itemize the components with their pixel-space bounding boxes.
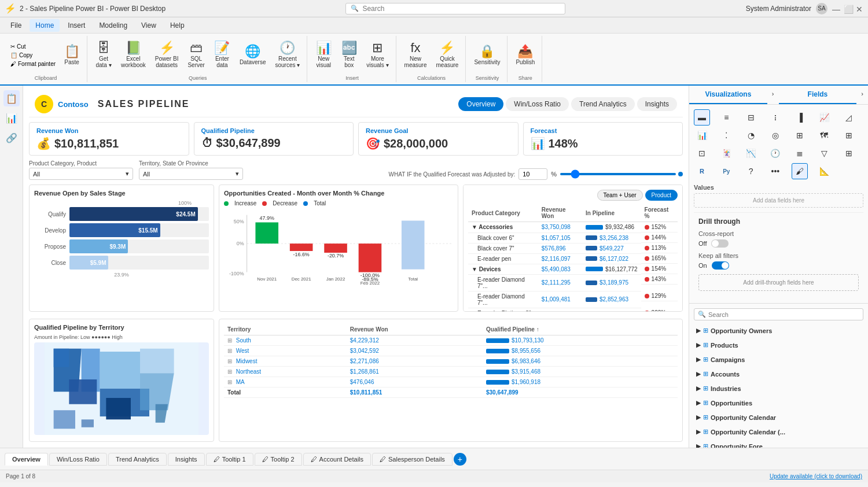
field-group-header[interactable]: ▶ ⊞ Opportunities: [694, 397, 863, 408]
ribbon-dataverse-btn[interactable]: 🌐 Dataverse: [236, 43, 270, 68]
what-if-input[interactable]: [518, 168, 547, 180]
viz-pie-icon[interactable]: ◔: [743, 127, 759, 143]
viz-stacked-col-icon[interactable]: ▐: [792, 109, 808, 126]
viz-funnel-icon[interactable]: ▽: [816, 145, 832, 161]
menu-home[interactable]: Home: [30, 19, 60, 32]
viz-map-icon[interactable]: 🗺: [816, 127, 832, 143]
viz-donut-icon[interactable]: ◎: [767, 127, 784, 143]
ribbon-cut-btn[interactable]: ✂ Cut: [8, 42, 58, 51]
bottom-tab-trend-analytics[interactable]: Trend Analytics: [108, 453, 167, 466]
cross-report-toggle[interactable]: [711, 239, 729, 248]
viz-expand-btn[interactable]: ›: [767, 86, 779, 104]
viz-line-col-icon[interactable]: 📊: [694, 127, 710, 143]
fields-expand-btn[interactable]: ›: [856, 86, 868, 104]
field-group-header[interactable]: ▶ ⊞ Products: [694, 340, 863, 351]
ribbon-paste-btn[interactable]: 📋 Paste: [60, 43, 83, 68]
ribbon-copy-btn[interactable]: 📋 Copy: [8, 51, 58, 60]
field-group-header[interactable]: ▶ ⊞ Opportunity Calendar: [694, 412, 863, 423]
field-group-header[interactable]: ▶ ⊞ Industries: [694, 383, 863, 394]
viz-analytics-icon[interactable]: 📐: [816, 163, 832, 179]
field-search-box[interactable]: 🔍: [694, 308, 863, 320]
ribbon-sensitivity-btn[interactable]: 🔒 Sensitivity: [470, 43, 503, 68]
territory-row[interactable]: ⊞ South $4,229,312 $10,793,130: [224, 335, 678, 346]
table-row[interactable]: Black cover 6" $1,057,105 $3,256,238 144…: [468, 233, 678, 243]
nav-winloss-btn[interactable]: Win/Loss Ratio: [506, 97, 569, 111]
viz-more-icon[interactable]: •••: [767, 163, 784, 179]
nav-insights-btn[interactable]: Insights: [637, 97, 677, 111]
bottom-tab-account-details[interactable]: 🖊Account Details: [303, 453, 371, 466]
bottom-tab-win/loss-ratio[interactable]: Win/Loss Ratio: [49, 453, 107, 466]
values-drop-zone[interactable]: Add data fields here: [694, 193, 863, 208]
tab-fields[interactable]: Fields: [779, 86, 857, 104]
viz-kpi-icon[interactable]: 📉: [743, 145, 759, 161]
viz-table-icon[interactable]: ⊞: [841, 127, 857, 143]
ribbon-recent-sources-btn[interactable]: 🕐 Recentsources ▾: [271, 39, 303, 71]
menu-insert[interactable]: Insert: [62, 19, 91, 32]
viz-clustered-bar-icon[interactable]: ⫶: [767, 109, 784, 126]
table-row[interactable]: E-reader pen $2,116,097 $6,127,022 165%: [468, 253, 678, 264]
viz-gauge-icon[interactable]: 🕐: [767, 145, 784, 161]
territory-row[interactable]: ⊞ MA $476,046 $1,960,918: [224, 377, 678, 388]
table-row[interactable]: ▼ Devices $5,490,083 $16,127,772 154%: [468, 264, 678, 274]
nav-trend-btn[interactable]: Trend Analytics: [571, 97, 635, 111]
sidebar-data-icon[interactable]: 📊: [3, 110, 20, 126]
ribbon-new-visual-btn[interactable]: 📊 Newvisual: [312, 39, 335, 71]
table-row[interactable]: ▼ Accessories $3,750,098 $9,932,486 152%: [468, 222, 678, 233]
ribbon-format-painter-btn[interactable]: 🖌 Format painter: [8, 60, 58, 68]
table-row[interactable]: E-reader Diamond 7"... $2,111,295 $3,189…: [468, 274, 678, 291]
territory-row[interactable]: ⊞ Midwest $2,271,086 $6,983,646: [224, 356, 678, 367]
ribbon-publish-btn[interactable]: 📤 Publish: [512, 43, 538, 68]
maximize-button[interactable]: ⬜: [844, 5, 852, 13]
ribbon-get-data-btn[interactable]: 🗄 Getdata ▾: [92, 39, 115, 71]
ribbon-powerbi-datasets-btn[interactable]: ⚡ Power BIdatasets: [152, 39, 182, 71]
menu-modeling[interactable]: Modeling: [93, 19, 133, 32]
add-tab-button[interactable]: +: [454, 453, 466, 466]
territory-row[interactable]: ⊞ West $3,042,592 $8,955,656: [224, 346, 678, 356]
table-row[interactable]: E-reader Diamond 7"... $1,009,481 $2,852…: [468, 291, 678, 308]
close-button[interactable]: ✕: [855, 5, 863, 13]
viz-waterfall-icon[interactable]: ≣: [792, 145, 808, 161]
ribbon-text-box-btn[interactable]: 🔤 Textbox: [337, 39, 361, 71]
field-group-header[interactable]: ▶ ⊞ Campaigns: [694, 354, 863, 365]
update-text[interactable]: Update available (click to download): [770, 473, 862, 479]
field-group-header[interactable]: ▶ ⊞ Accounts: [694, 368, 863, 379]
field-group-header[interactable]: ▶ ⊞ Opportunity Fore...: [694, 441, 863, 448]
menu-view[interactable]: View: [135, 19, 162, 32]
bottom-tab-salesperson-details[interactable]: 🖊Salesperson Details: [372, 453, 453, 466]
menu-file[interactable]: File: [5, 19, 27, 32]
viz-qna-icon[interactable]: ?: [743, 163, 759, 179]
drill-drop-zone[interactable]: Add drill-through fields here: [698, 274, 859, 291]
ribbon-sql-btn[interactable]: 🗃 SQLServer: [184, 39, 208, 71]
viz-treemap-icon[interactable]: ⊞: [792, 127, 808, 143]
ribbon-new-measure-btn[interactable]: fx Newmeasure: [401, 39, 431, 71]
territory-filter-select[interactable]: All ▾: [139, 168, 243, 180]
nav-overview-btn[interactable]: Overview: [458, 97, 503, 111]
minimize-button[interactable]: —: [832, 5, 840, 13]
keep-filters-toggle[interactable]: [712, 261, 729, 270]
ribbon-excel-btn[interactable]: 📗 Excelworkbook: [117, 39, 149, 71]
viz-matrix-icon[interactable]: ⊡: [694, 145, 710, 161]
product-filter-select[interactable]: All ▾: [29, 168, 133, 180]
table-row[interactable]: Black cover 7" $576,896 $549,227 113%: [468, 243, 678, 253]
field-group-header[interactable]: ▶ ⊞ Opportunity Calendar (...: [694, 426, 863, 437]
menu-help[interactable]: Help: [164, 19, 190, 32]
ribbon-enter-data-btn[interactable]: 📝 Enterdata: [211, 39, 234, 71]
team-toggle-btn[interactable]: Team + User: [597, 190, 643, 201]
viz-r-icon[interactable]: R: [694, 163, 710, 179]
territory-row[interactable]: ⊞ Northeast $1,268,861 $3,915,468: [224, 367, 678, 377]
ribbon-more-visuals-btn[interactable]: ⊞ Morevisuals ▾: [363, 39, 392, 71]
title-search-input[interactable]: [362, 5, 560, 13]
field-group-header[interactable]: ▶ ⊞ Opportunity Owners: [694, 325, 863, 336]
viz-area-icon[interactable]: ◿: [841, 109, 857, 126]
tab-visualizations[interactable]: Visualizations: [689, 86, 767, 104]
viz-bar-chart-icon[interactable]: ▬: [694, 109, 710, 126]
product-toggle-btn[interactable]: Product: [645, 190, 678, 201]
viz-scatter-icon[interactable]: ⁚: [718, 127, 734, 143]
ribbon-quick-measure-btn[interactable]: ⚡ Quickmeasure: [433, 39, 462, 71]
title-search-bar[interactable]: 🔍: [345, 3, 565, 14]
viz-format-icon[interactable]: 🖌: [792, 163, 808, 179]
bottom-tab-overview[interactable]: Overview: [5, 453, 48, 466]
viz-line-icon[interactable]: 📈: [816, 109, 832, 126]
field-search-input[interactable]: [708, 311, 859, 318]
viz-stacked-bar-icon[interactable]: ≡: [718, 109, 734, 126]
